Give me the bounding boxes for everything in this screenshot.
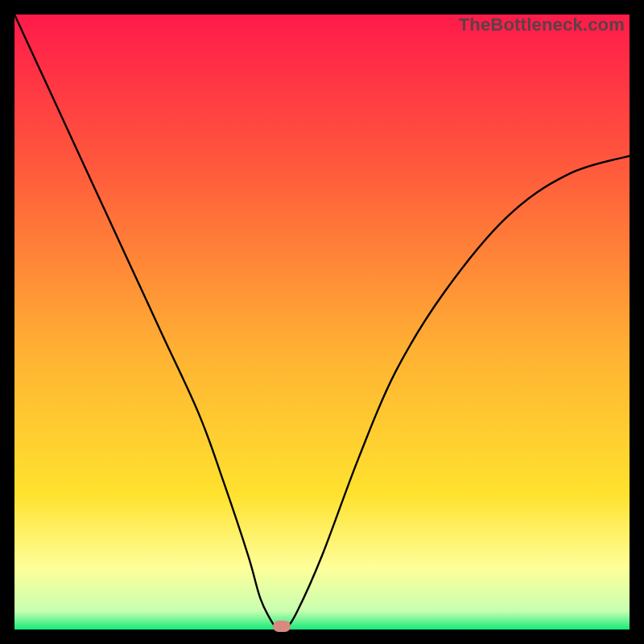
chart-frame: TheBottleneck.com — [0, 0, 644, 644]
bottleneck-curve — [14, 14, 630, 631]
plot-area: TheBottleneck.com — [14, 14, 630, 630]
optimum-marker — [273, 621, 291, 632]
curve-svg — [14, 14, 630, 630]
